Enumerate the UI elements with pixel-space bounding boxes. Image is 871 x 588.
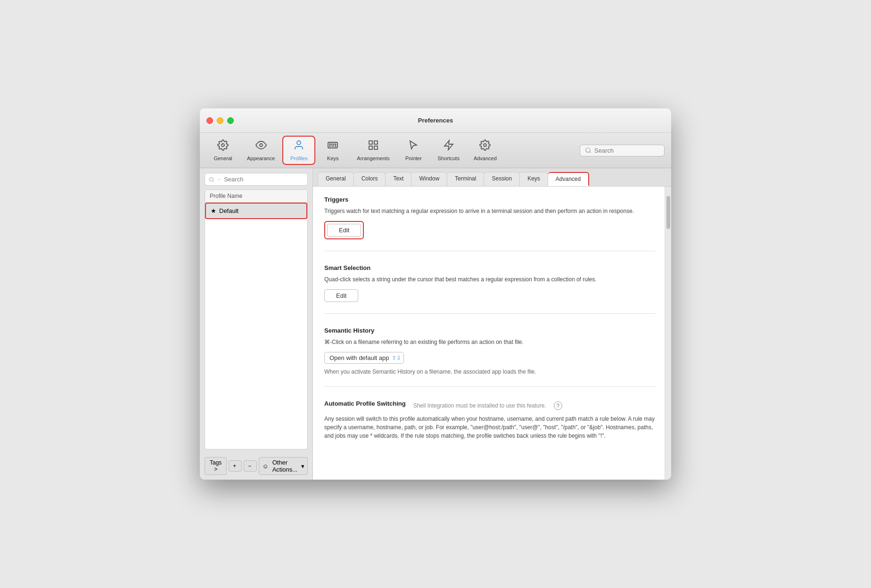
semantic-history-select[interactable]: Open with default app Open with editor R… — [324, 352, 404, 364]
semantic-history-note: When you activate Semantic History on a … — [324, 368, 655, 375]
svg-point-13 — [334, 144, 335, 145]
svg-point-11 — [330, 144, 331, 145]
aps-integration-note: Shell Integration must be installed to u… — [413, 402, 546, 409]
aps-description: Any session will switch to this profile … — [324, 415, 655, 440]
svg-point-2 — [297, 141, 301, 145]
lightning-icon — [443, 139, 454, 154]
svg-point-0 — [222, 144, 224, 147]
svg-line-27 — [213, 180, 214, 181]
toolbar-appearance-label: Appearance — [247, 155, 275, 161]
window-controls — [206, 117, 234, 124]
toolbar-item-pointer[interactable]: Pointer — [397, 136, 430, 165]
profile-name: Default — [219, 207, 238, 214]
smart-selection-edit-button[interactable]: Edit — [324, 289, 358, 302]
chevron-down-icon: ▾ — [301, 463, 304, 470]
arrangements-icon — [368, 139, 379, 154]
profile-item-default[interactable]: ★ Default — [205, 203, 307, 219]
smart-selection-description: Quad-click selects a string under the cu… — [324, 275, 655, 284]
profile-list: Profile Name ★ Default — [205, 189, 308, 449]
preferences-window: Preferences General — [200, 108, 671, 480]
smart-selection-section: Smart Selection Quad-click selects a str… — [324, 264, 655, 314]
svg-line-25 — [590, 152, 591, 153]
toolbar: General Appearance — [200, 133, 671, 168]
svg-rect-3 — [328, 142, 337, 148]
triggers-section: Triggers Triggers watch for text matchin… — [324, 196, 655, 251]
other-actions-button[interactable]: ☺ Other Actions... ▾ — [259, 457, 308, 475]
scrollbar-track[interactable] — [665, 187, 671, 480]
sidebar-search-input[interactable] — [224, 176, 304, 183]
other-actions-label: Other Actions... — [272, 459, 297, 473]
profile-tabs: General Colors Text Window Terminal Sess… — [313, 168, 671, 187]
semantic-history-description: ⌘-Click on a filename referring to an ex… — [324, 338, 655, 346]
toolbar-general-label: General — [214, 155, 232, 161]
toolbar-shortcuts-label: Shortcuts — [437, 155, 459, 161]
eye-icon — [255, 139, 267, 154]
toolbar-item-shortcuts[interactable]: Shortcuts — [431, 136, 466, 165]
aps-section: Automatic Profile Switching Shell Integr… — [324, 400, 655, 457]
svg-rect-19 — [374, 141, 378, 144]
advanced-gear-icon — [479, 139, 491, 154]
pointer-icon — [408, 139, 419, 154]
svg-rect-18 — [369, 141, 372, 144]
tab-general[interactable]: General — [318, 172, 354, 186]
semantic-history-dropdown[interactable]: Open with default app Open with editor R… — [324, 352, 404, 364]
profiles-icon — [293, 139, 304, 154]
content-body: Triggers Triggers watch for text matchin… — [313, 187, 665, 480]
svg-point-12 — [332, 144, 333, 145]
aps-header: Automatic Profile Switching Shell Integr… — [324, 400, 655, 411]
tab-text[interactable]: Text — [386, 172, 411, 186]
toolbar-item-keys[interactable]: Keys — [316, 136, 349, 165]
toolbar-arrangements-label: Arrangements — [357, 155, 389, 161]
tab-session[interactable]: Session — [484, 172, 520, 186]
search-icon — [585, 147, 592, 154]
toolbar-search-input[interactable] — [594, 147, 651, 154]
toolbar-keys-label: Keys — [327, 155, 338, 161]
triggers-title: Triggers — [324, 196, 655, 203]
add-profile-button[interactable]: + — [229, 460, 242, 472]
svg-marker-22 — [444, 140, 453, 150]
titlebar: Preferences — [200, 108, 671, 133]
tab-window[interactable]: Window — [411, 172, 447, 186]
triggers-edit-button[interactable]: Edit — [327, 224, 361, 237]
minimize-button[interactable] — [217, 117, 223, 124]
sidebar-footer: Tags > + − ☺ Other Actions... ▾ — [205, 453, 308, 475]
toolbar-advanced-label: Advanced — [474, 155, 497, 161]
aps-help-button[interactable]: ? — [554, 401, 562, 410]
tab-keys[interactable]: Keys — [520, 172, 548, 186]
svg-point-16 — [336, 146, 337, 147]
tab-advanced[interactable]: Advanced — [548, 172, 589, 186]
toolbar-pointer-label: Pointer — [405, 155, 422, 161]
svg-point-1 — [260, 144, 263, 147]
sidebar-search-icon — [209, 176, 214, 183]
toolbar-item-arrangements[interactable]: Arrangements — [350, 136, 396, 165]
star-icon: ★ — [211, 207, 216, 214]
toolbar-item-general[interactable]: General — [206, 136, 239, 165]
toolbar-search[interactable] — [580, 145, 665, 156]
semantic-history-title: Semantic History — [324, 327, 655, 334]
svg-point-24 — [586, 148, 590, 152]
semantic-history-section: Semantic History ⌘-Click on a filename r… — [324, 327, 655, 387]
tab-terminal[interactable]: Terminal — [447, 172, 484, 186]
triggers-description: Triggers watch for text matching a regul… — [324, 207, 655, 215]
content-area: General Colors Text Window Terminal Sess… — [313, 168, 671, 480]
remove-profile-button[interactable]: − — [244, 460, 257, 472]
tags-button[interactable]: Tags > — [205, 457, 227, 475]
semantic-history-select-container: Open with default app Open with editor R… — [324, 352, 655, 364]
toolbar-nav: General Appearance — [206, 136, 578, 165]
toolbar-item-advanced[interactable]: Advanced — [467, 136, 503, 165]
content-scroll-area: Triggers Triggers watch for text matchin… — [313, 187, 671, 480]
face-icon: ☺ — [262, 463, 268, 470]
toolbar-item-appearance[interactable]: Appearance — [240, 136, 281, 165]
scrollbar-thumb[interactable] — [666, 196, 670, 229]
sidebar: Profile Name ★ Default Tags > + − ☺ Othe… — [200, 168, 313, 480]
svg-point-14 — [336, 144, 337, 145]
gear-icon — [217, 139, 229, 154]
close-button[interactable] — [206, 117, 213, 124]
tab-colors[interactable]: Colors — [354, 172, 386, 186]
smart-selection-title: Smart Selection — [324, 264, 655, 271]
svg-point-23 — [484, 144, 486, 147]
maximize-button[interactable] — [227, 117, 234, 124]
toolbar-item-profiles[interactable]: Profiles — [282, 136, 315, 165]
sidebar-search[interactable] — [205, 173, 308, 186]
svg-rect-21 — [374, 146, 378, 149]
